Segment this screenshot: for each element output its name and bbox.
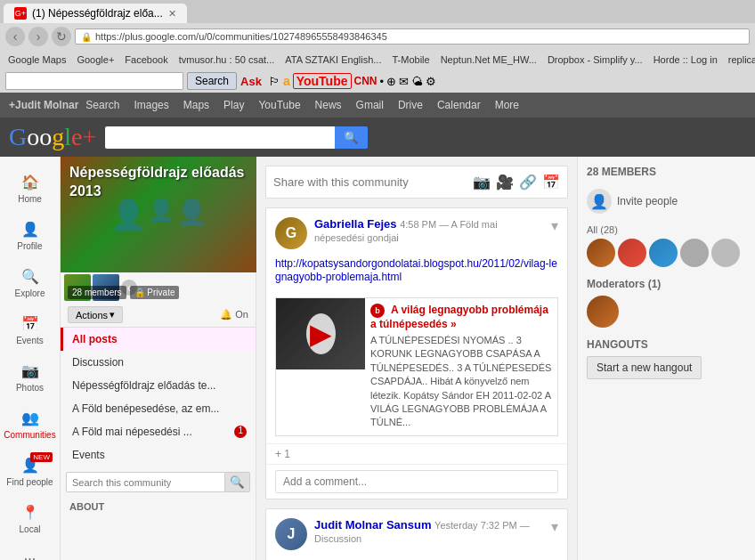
nav-item-nepesseg[interactable]: Népességföldrajz előadás te... — [61, 374, 256, 397]
gplus-search-button[interactable]: 🔍 — [335, 126, 368, 149]
sidebar-item-photos[interactable]: 📷 Photos — [0, 353, 60, 400]
bookmark-ataki[interactable]: ATA SZTAKI English... — [280, 53, 386, 66]
community-search-input[interactable] — [66, 472, 225, 492]
topbar-youtube[interactable]: YouTube — [251, 99, 307, 111]
community-search: 🔍 — [61, 467, 256, 498]
post-meta-2: Judit Molnar Sansum Yesterday 7:32 PM — … — [314, 518, 544, 545]
post-menu-1[interactable]: ▾ — [551, 217, 558, 234]
sidebar-item-communities[interactable]: 👥 Communities — [0, 400, 60, 447]
gplus-header: Google+ 🔍 — [0, 118, 755, 157]
comment-input-1[interactable] — [275, 470, 558, 493]
search-button[interactable]: Search — [187, 72, 237, 90]
back-button[interactable]: ‹ — [5, 27, 25, 46]
post-tag-2: Discussion — [314, 533, 361, 544]
cnn-icon[interactable]: CNN — [354, 75, 378, 87]
google-l: l — [64, 123, 71, 150]
share-photo-icon[interactable]: 📷 — [473, 174, 491, 191]
ask-button[interactable]: Ask — [240, 75, 262, 88]
community-search-button[interactable]: 🔍 — [225, 472, 250, 492]
photos-icon: 📷 — [20, 360, 41, 381]
post-preview-1[interactable]: ▶ b A világ legnagyobb problémája a túln… — [275, 297, 558, 436]
post-author-2[interactable]: Judit Molnar Sansum Yesterday 7:32 PM — … — [314, 518, 544, 545]
member-avatar-4[interactable] — [680, 239, 709, 267]
sidebar-local-label: Local — [20, 524, 41, 534]
post-menu-2[interactable]: ▾ — [551, 518, 558, 535]
topbar-calendar[interactable]: Calendar — [430, 99, 488, 111]
bookmark-horde[interactable]: Horde :: Log in — [649, 53, 722, 66]
sidebar-item-findpeople[interactable]: 👤 NEW Find people — [0, 447, 60, 494]
envelope-icon[interactable]: ✉ — [399, 75, 409, 88]
youtube-icon[interactable]: YouTube — [293, 73, 352, 89]
nav-item-fold[interactable]: A Föld benépesedése, az em... — [61, 397, 256, 420]
bookmark-dropbox[interactable]: Dropbox - Simplify y... — [543, 53, 647, 66]
toolbar-more[interactable]: ⚙ — [426, 75, 436, 88]
tab-close-btn[interactable]: ✕ — [168, 8, 176, 20]
google-plus: + — [82, 123, 96, 150]
actions-label: Actions — [76, 310, 108, 321]
member-avatar-5[interactable] — [711, 239, 740, 267]
sidebar-item-explore[interactable]: 🔍 Explore — [0, 258, 60, 305]
dot-icon: • — [380, 75, 385, 88]
member-avatar-2[interactable] — [618, 239, 646, 267]
bookmark-neptun[interactable]: Neptun.Net ME_HW... — [436, 53, 541, 66]
share-icons: 📷 🎥 🔗 📅 — [473, 174, 560, 191]
topbar-maps[interactable]: Maps — [176, 99, 216, 111]
amazon-icon[interactable]: a — [283, 74, 290, 88]
bookmark-tvmusor[interactable]: tvmusor.hu : 50 csat... — [175, 53, 280, 66]
post-meta-1: Gabriella Fejes 4:58 PM — A Föld mai nép… — [314, 217, 544, 244]
moderator-avatar[interactable] — [587, 296, 619, 328]
post-body-2: Kedves Hallgatók! Sokan nagyon jó dolgok… — [266, 554, 567, 560]
gplus-search-input[interactable] — [105, 126, 337, 149]
tab-title: (1) Népességföldrajz előa... — [32, 7, 163, 20]
user-name[interactable]: +Judit Molnar — [9, 99, 78, 111]
invite-btn[interactable]: 👤 Invite people — [587, 185, 746, 217]
topbar-play[interactable]: Play — [216, 99, 251, 111]
nav-item-allposts[interactable]: All posts — [61, 328, 256, 351]
share-link-icon[interactable]: 🔗 — [519, 174, 537, 191]
post-link-1[interactable]: http://kopatsysandorgondolatai.blogspot.… — [275, 257, 557, 283]
share-input[interactable] — [273, 175, 466, 189]
forward-button[interactable]: › — [28, 27, 48, 46]
member-avatar-1[interactable] — [587, 239, 615, 267]
nav-item-mai[interactable]: A Föld mai népesedési ... 1 — [61, 420, 256, 443]
post-author-1[interactable]: Gabriella Fejes 4:58 PM — A Föld mai nép… — [314, 217, 544, 244]
bookmark-facebook[interactable]: Facebook — [120, 53, 172, 66]
active-tab[interactable]: G+ (1) Népességföldrajz előa... ✕ — [4, 4, 187, 23]
share-event-icon[interactable]: 📅 — [542, 174, 560, 191]
topbar-drive[interactable]: Drive — [391, 99, 430, 111]
nav-icon[interactable]: ⊕ — [386, 75, 396, 88]
bookmark-gplus[interactable]: Google+ — [72, 53, 118, 66]
topbar-gmail[interactable]: Gmail — [349, 99, 391, 111]
share-video-icon[interactable]: 🎥 — [496, 174, 514, 191]
tab-bar: G+ (1) Népességföldrajz előa... ✕ — [0, 0, 755, 23]
topbar-news[interactable]: News — [308, 99, 349, 111]
toolbar-icons: 🏳 a YouTube CNN • ⊕ ✉ 🌤 ⚙ — [269, 73, 436, 89]
bookmark-replicable[interactable]: replicable - definitio... — [724, 53, 755, 66]
bookmark-tmobile[interactable]: T-Mobile — [387, 53, 434, 66]
notify-toggle[interactable]: 🔔 On — [220, 309, 248, 321]
start-hangout-button[interactable]: Start a new hangout — [587, 356, 702, 379]
topbar-images[interactable]: Images — [126, 99, 175, 111]
url-text: https://plus.google.com/u/0/communities/… — [95, 31, 387, 42]
address-bar[interactable]: 🔒 https://plus.google.com/u/0/communitie… — [75, 28, 750, 45]
reload-button[interactable]: ↻ — [52, 27, 71, 46]
sidebar-item-events[interactable]: 📅 Events — [0, 305, 60, 353]
sidebar-item-profile[interactable]: 👤 Profile — [0, 211, 60, 258]
actions-button[interactable]: Actions ▾ — [68, 306, 123, 323]
post-author-name-2: Judit Molnar Sansum — [314, 518, 431, 532]
sidebar-item-more[interactable]: ··· More — [0, 541, 60, 560]
google-g: G — [9, 123, 27, 150]
nav-item-events[interactable]: Events — [61, 443, 256, 467]
sidebar-item-home[interactable]: 🏠 Home — [0, 164, 60, 211]
bookmark-maps[interactable]: Google Maps — [4, 53, 70, 66]
member-avatar-3[interactable] — [649, 239, 678, 267]
topbar-search[interactable]: Search — [78, 99, 126, 111]
clock-widget[interactable]: 🌤 — [411, 75, 423, 88]
sidebar-findpeople-label: Find people — [6, 477, 53, 487]
sidebar-item-local[interactable]: 📍 Local — [0, 494, 60, 541]
topbar-more[interactable]: More — [488, 99, 526, 111]
google-search-input[interactable] — [5, 72, 183, 90]
nav-item-discussion[interactable]: Discussion — [61, 351, 256, 374]
moderators-header: Moderators (1) — [587, 278, 746, 290]
google-e: e — [71, 123, 82, 150]
